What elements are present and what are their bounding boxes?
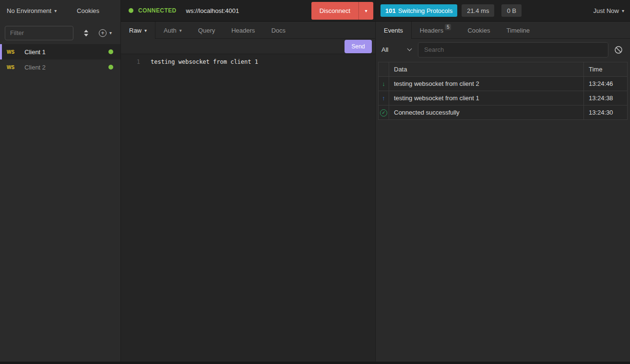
clear-events-button[interactable]	[614, 46, 623, 54]
status-code: 101	[385, 7, 396, 14]
response-tabbar: Events Headers 5 Cookies Timeline	[376, 22, 630, 39]
request-pane: CONNECTED ws://localhost:4001 Disconnect…	[121, 0, 375, 362]
events-table-header: Data Time	[379, 62, 628, 77]
request-item-client-1[interactable]: WS Client 1	[0, 44, 120, 59]
disconnect-button[interactable]: Disconnect	[311, 2, 358, 20]
connection-active-dot	[108, 65, 113, 70]
tab-auth[interactable]: Auth ▾	[155, 22, 190, 39]
request-name: Client 2	[24, 64, 108, 71]
headers-count-badge: 5	[445, 24, 452, 30]
cookies-button[interactable]: Cookies	[77, 7, 99, 14]
event-time: 13:24:46	[584, 77, 628, 91]
request-item-client-2[interactable]: WS Client 2	[0, 59, 120, 75]
connection-status-label: CONNECTED	[138, 7, 177, 14]
app-window: No Environment ▾ Cookies + ▾ WS	[0, 0, 630, 362]
icon-column-header	[379, 62, 389, 77]
event-data: testing websocket from client 1	[389, 91, 584, 106]
chevron-down-icon: ▾	[622, 8, 624, 13]
tab-auth-label: Auth	[164, 27, 177, 34]
tab-headers-label: Headers	[231, 27, 255, 34]
time-column-header: Time	[584, 62, 628, 77]
plus-circle-icon: +	[99, 29, 107, 37]
ws-method-badge: WS	[7, 49, 18, 55]
message-editor[interactable]: 1 testing websocket from client 1	[121, 54, 375, 362]
disconnect-options-button[interactable]: ▾	[358, 2, 373, 20]
chevron-down-icon	[407, 47, 412, 51]
tab-events[interactable]: Events	[376, 22, 412, 39]
chevron-down-icon: ▾	[144, 28, 147, 33]
chevron-down-icon: ▾	[179, 28, 182, 33]
request-list: WS Client 1 WS Client 2	[0, 44, 120, 75]
tab-cookies[interactable]: Cookies	[459, 22, 498, 39]
tab-timeline-label: Timeline	[506, 27, 530, 34]
response-history-dropdown[interactable]: Just Now ▾	[594, 7, 625, 14]
tab-raw-label: Raw	[129, 27, 142, 34]
status-code-badge: 101 Switching Protocols	[380, 4, 457, 17]
chevron-down-icon: ▾	[109, 30, 112, 35]
line-number: 1	[121, 58, 140, 66]
editor-content: testing websocket from client 1	[151, 58, 258, 66]
tab-headers[interactable]: Headers	[223, 22, 263, 39]
response-status-bar: 101 Switching Protocols 21.4 ms 0 B Just…	[376, 0, 630, 22]
sidebar-header: No Environment ▾ Cookies	[0, 0, 120, 22]
status-text: Switching Protocols	[398, 7, 452, 14]
response-time-badge: 21.4 ms	[462, 4, 494, 17]
chevron-down-icon: ▾	[54, 8, 57, 13]
event-type-value: All	[381, 46, 388, 53]
sort-button[interactable]	[83, 29, 89, 37]
add-request-button[interactable]: + ▾	[99, 29, 112, 37]
event-row[interactable]: ↑ testing websocket from client 1 13:24:…	[379, 91, 628, 106]
window-bottom-edge	[0, 362, 630, 364]
tab-response-headers[interactable]: Headers 5	[412, 22, 460, 39]
tab-docs-label: Docs	[271, 27, 285, 34]
response-size-badge: 0 B	[501, 4, 522, 17]
event-time: 13:24:30	[584, 106, 628, 120]
ws-method-badge: WS	[7, 65, 18, 70]
data-column-header: Data	[389, 62, 584, 77]
send-button[interactable]: Send	[345, 40, 372, 53]
tab-events-label: Events	[384, 27, 403, 34]
tab-response-headers-label: Headers	[420, 27, 443, 34]
editor-toolbar: Send	[121, 39, 375, 54]
check-circle-icon: ✓	[380, 109, 387, 117]
message-received-icon: ↓	[382, 80, 385, 87]
event-data: Connected successfully	[389, 106, 584, 120]
tab-docs[interactable]: Docs	[263, 22, 294, 39]
chevron-down-icon: ▾	[365, 8, 367, 13]
ban-icon	[614, 46, 623, 54]
sidebar-filter-row: + ▾	[0, 22, 120, 44]
tab-raw[interactable]: Raw ▾	[121, 22, 155, 39]
event-row[interactable]: ↓ testing websocket from client 2 13:24:…	[379, 77, 628, 91]
event-time: 13:24:38	[584, 91, 628, 106]
event-search-input[interactable]	[418, 42, 608, 58]
disconnect-button-group: Disconnect ▾	[311, 2, 373, 20]
disconnect-label: Disconnect	[320, 7, 350, 14]
websocket-url[interactable]: ws://localhost:4001	[186, 7, 239, 14]
environment-selector[interactable]: No Environment ▾	[7, 7, 57, 14]
tab-cookies-label: Cookies	[467, 27, 490, 34]
event-filter-row: All	[376, 39, 630, 60]
sidebar: No Environment ▾ Cookies + ▾ WS	[0, 0, 120, 362]
event-data: testing websocket from client 2	[389, 77, 584, 91]
recency-label: Just Now	[594, 7, 619, 14]
connection-active-dot	[108, 49, 113, 54]
request-tabbar: Raw ▾ Auth ▾ Query Headers Docs	[121, 22, 375, 39]
filter-input[interactable]	[5, 26, 73, 40]
url-bar: CONNECTED ws://localhost:4001 Disconnect…	[121, 0, 375, 22]
connected-status-dot	[129, 8, 133, 13]
event-row[interactable]: ✓ Connected successfully 13:24:30	[379, 106, 628, 120]
event-type-select[interactable]: All	[380, 42, 415, 58]
sort-icon	[83, 29, 89, 37]
environment-label: No Environment	[7, 7, 51, 14]
tab-query-label: Query	[198, 27, 215, 34]
request-name: Client 1	[24, 48, 108, 56]
events-table: Data Time ↓ testing websocket from clien…	[378, 62, 628, 120]
message-sent-icon: ↑	[382, 94, 385, 102]
tab-query[interactable]: Query	[190, 22, 223, 39]
editor-line: 1 testing websocket from client 1	[121, 58, 375, 66]
tab-timeline[interactable]: Timeline	[498, 22, 538, 39]
response-pane: 101 Switching Protocols 21.4 ms 0 B Just…	[376, 0, 630, 362]
